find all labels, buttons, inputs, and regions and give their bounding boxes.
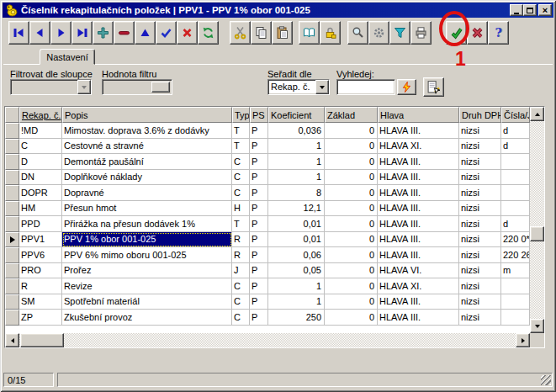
- grid-cell[interactable]: d: [501, 123, 530, 139]
- grid-cell[interactable]: nizsi: [459, 154, 501, 170]
- grid-cell[interactable]: C: [232, 154, 250, 170]
- grid-cell[interactable]: Dopravné: [62, 185, 232, 201]
- filter-column-select[interactable]: [10, 79, 92, 95]
- grid-cell[interactable]: Přirážka na přesun dodávek 1%: [62, 216, 232, 232]
- grid-cell[interactable]: 1: [268, 139, 325, 155]
- grid-cell[interactable]: 0,05: [268, 263, 325, 279]
- grid-cell[interactable]: Doplňkové náklady: [62, 170, 232, 186]
- filter-button[interactable]: [389, 21, 410, 45]
- row-indicator[interactable]: [5, 294, 19, 310]
- column-header[interactable]: Základ: [325, 107, 378, 123]
- grid-cell[interactable]: HLAVA XI.: [378, 139, 459, 155]
- grid-cell[interactable]: 1: [268, 154, 325, 170]
- sort-dropdown-button[interactable]: [315, 80, 329, 94]
- grid-cell[interactable]: nizsi: [459, 170, 501, 186]
- grid-cell[interactable]: 1: [268, 170, 325, 186]
- grid-cell[interactable]: 8: [268, 185, 325, 201]
- grid-cell[interactable]: DOPR: [19, 185, 62, 201]
- grid-cell[interactable]: 0: [325, 170, 378, 186]
- grid-cell[interactable]: Zkušební provoz: [62, 310, 232, 326]
- grid-cell[interactable]: PPD: [19, 216, 62, 232]
- grid-cell[interactable]: P: [250, 294, 268, 310]
- grid-cell[interactable]: HM: [19, 201, 62, 217]
- scroll-up-button[interactable]: [530, 107, 544, 121]
- grid-cell[interactable]: nizsi: [459, 247, 501, 263]
- grid-cell[interactable]: nizsi: [459, 216, 501, 232]
- grid-cell[interactable]: P: [250, 170, 268, 186]
- confirm-button[interactable]: [446, 21, 467, 45]
- delete-record-button[interactable]: [114, 21, 135, 45]
- post-record-button[interactable]: [156, 21, 177, 45]
- column-header[interactable]: Rekap. č.: [19, 107, 62, 123]
- grid-cell[interactable]: nizsi: [459, 185, 501, 201]
- row-indicator[interactable]: [5, 123, 19, 139]
- grid-cell[interactable]: P: [250, 278, 268, 294]
- grid-cell[interactable]: H: [232, 201, 250, 217]
- row-indicator[interactable]: [5, 139, 19, 155]
- search-button[interactable]: [347, 21, 368, 45]
- row-indicator[interactable]: [5, 185, 19, 201]
- grid-cell[interactable]: 0: [325, 232, 378, 248]
- row-indicator[interactable]: [5, 247, 19, 263]
- grid-cell[interactable]: SM: [19, 294, 62, 310]
- abort-button[interactable]: [467, 21, 488, 45]
- grid-cell[interactable]: HLAVA XI.: [378, 278, 459, 294]
- grid-cell[interactable]: 0,06: [268, 247, 325, 263]
- grid-cell[interactable]: 0: [325, 310, 378, 326]
- grid-cell[interactable]: D: [19, 154, 62, 170]
- column-header[interactable]: Hlava: [378, 107, 459, 123]
- grid-cell[interactable]: !MD: [19, 123, 62, 139]
- grid-cell[interactable]: 0: [325, 216, 378, 232]
- column-header[interactable]: Koeficient: [268, 107, 325, 123]
- grid-cell[interactable]: T: [232, 123, 250, 139]
- grid-cell[interactable]: HLAVA III.: [378, 247, 459, 263]
- grid-cell[interactable]: HLAVA III.: [378, 232, 459, 248]
- grid-cell[interactable]: 1: [268, 294, 325, 310]
- paste-button[interactable]: [272, 21, 293, 45]
- grid-cell[interactable]: nizsi: [459, 310, 501, 326]
- grid-cell[interactable]: PPV 6% mimo oboru 001-025: [62, 247, 232, 263]
- grid-cell[interactable]: Prořez: [62, 263, 232, 279]
- insert-record-button[interactable]: [93, 21, 114, 45]
- print-button[interactable]: [410, 21, 432, 45]
- grid-cell[interactable]: R: [232, 247, 250, 263]
- sort-select[interactable]: Rekap. č.: [267, 79, 330, 95]
- row-indicator[interactable]: [5, 154, 19, 170]
- grid-cell[interactable]: nizsi: [459, 294, 501, 310]
- grid-cell[interactable]: P: [250, 247, 268, 263]
- grid-cell[interactable]: DN: [19, 170, 62, 186]
- grid-cell[interactable]: [501, 154, 530, 170]
- column-header[interactable]: PS: [250, 107, 268, 123]
- prior-record-button[interactable]: [29, 21, 50, 45]
- grid-cell[interactable]: Přesun hmot: [62, 201, 232, 217]
- grid-cell[interactable]: d: [501, 216, 530, 232]
- row-indicator[interactable]: [5, 170, 19, 186]
- grid-cell[interactable]: [501, 278, 530, 294]
- grid-cell[interactable]: Cestovné a stravné: [62, 139, 232, 155]
- settings-button[interactable]: [368, 21, 389, 45]
- grid-cell[interactable]: Demontáž paušální: [62, 154, 232, 170]
- tab-nastaveni[interactable]: Nastavení: [40, 49, 95, 65]
- vertical-scrollbar[interactable]: [530, 107, 544, 333]
- grid-cell[interactable]: HLAVA III.: [378, 185, 459, 201]
- grid-cell[interactable]: 0: [325, 123, 378, 139]
- grid-cell[interactable]: HLAVA III.: [378, 170, 459, 186]
- grid-cell[interactable]: P: [250, 310, 268, 326]
- grid-cell[interactable]: 1: [268, 278, 325, 294]
- cancel-record-button[interactable]: [177, 21, 198, 45]
- grid-cell[interactable]: P: [250, 139, 268, 155]
- scroll-right-button[interactable]: [516, 333, 530, 347]
- grid-cell[interactable]: HLAVA III.: [378, 123, 459, 139]
- column-header[interactable]: Popis: [62, 107, 232, 123]
- next-record-button[interactable]: [50, 21, 71, 45]
- grid-cell[interactable]: R: [232, 232, 250, 248]
- titlebar[interactable]: Číselník rekapitulačních položek | PPV1 …: [3, 3, 553, 18]
- grid-cell[interactable]: Mimostav. doprava 3.6% z dodávky: [62, 123, 232, 139]
- grid-cell[interactable]: nizsi: [459, 263, 501, 279]
- grid-cell[interactable]: HLAVA VI.: [378, 263, 459, 279]
- grid-cell[interactable]: 0,01: [268, 216, 325, 232]
- book-button[interactable]: [299, 21, 320, 45]
- scroll-down-button[interactable]: [530, 319, 544, 333]
- grid-cell[interactable]: P: [250, 123, 268, 139]
- column-header[interactable]: Čísla/J: [501, 107, 530, 123]
